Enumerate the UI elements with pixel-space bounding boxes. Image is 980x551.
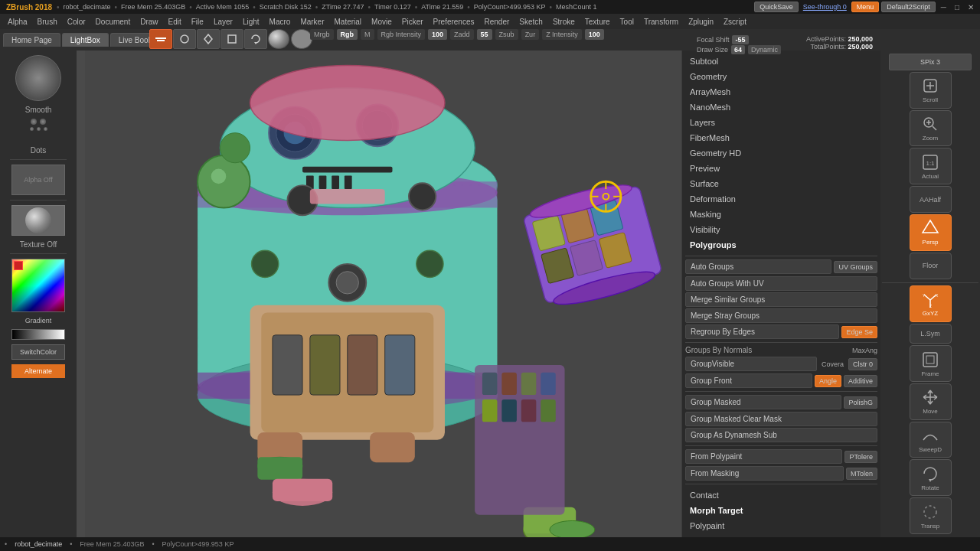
switch-color-box[interactable]: SwitchColor bbox=[11, 344, 65, 360]
tab-home-page[interactable]: Home Page bbox=[3, 33, 60, 47]
rotate-mode-button[interactable] bbox=[244, 29, 267, 49]
additive-button[interactable]: Additive bbox=[844, 375, 877, 387]
menu-preferences[interactable]: Preferences bbox=[429, 16, 479, 28]
group-as-dyna-sub-button[interactable]: Group As Dynamesh Sub bbox=[685, 428, 877, 442]
menu-layer[interactable]: Layer bbox=[209, 16, 237, 28]
gradient-bar[interactable] bbox=[11, 329, 65, 340]
quicksave-button[interactable]: QuickSave bbox=[754, 2, 799, 12]
window-minimize[interactable]: ─ bbox=[938, 3, 949, 11]
window-close[interactable]: ✕ bbox=[965, 3, 977, 11]
menu-sketch[interactable]: Sketch bbox=[514, 16, 547, 28]
m-label[interactable]: M bbox=[361, 29, 374, 40]
from-masking-button[interactable]: From Masking bbox=[685, 466, 844, 481]
menu-draw[interactable]: Draw bbox=[136, 16, 162, 28]
dynamic-button[interactable]: Dynamic bbox=[748, 45, 781, 54]
menu-stroke[interactable]: Stroke bbox=[548, 16, 580, 28]
uv-groups-button[interactable]: UV Groups bbox=[834, 261, 877, 273]
draw-mode-button[interactable] bbox=[173, 29, 196, 49]
window-maximize[interactable]: □ bbox=[952, 3, 962, 11]
merge-stray-button[interactable]: Merge Stray Groups bbox=[685, 308, 877, 323]
edge-se-button[interactable]: Edge Se bbox=[841, 326, 877, 338]
persp-button[interactable]: Persp bbox=[910, 214, 952, 251]
focal-shift-value[interactable]: -55 bbox=[732, 35, 748, 44]
menu-macro[interactable]: Macro bbox=[265, 16, 296, 28]
group-masked-clear-mask-button[interactable]: Group Masked Clear Mask bbox=[685, 412, 877, 426]
move-button[interactable]: Move bbox=[910, 383, 952, 420]
nav-geometry[interactable]: Geometry bbox=[685, 69, 877, 84]
floor-button[interactable]: Floor bbox=[910, 253, 952, 279]
rgb-value[interactable]: Rgb bbox=[337, 29, 358, 40]
menu-transform[interactable]: Transform bbox=[639, 16, 683, 28]
menu-brush[interactable]: Brush bbox=[33, 16, 62, 28]
default-zscript-button[interactable]: Default2Script bbox=[881, 2, 936, 12]
rotate-icon-button[interactable]: Rotate bbox=[910, 459, 952, 496]
zadd-value[interactable]: 55 bbox=[477, 29, 492, 40]
nav-masking[interactable]: Masking bbox=[685, 207, 877, 222]
menu-render[interactable]: Render bbox=[480, 16, 514, 28]
nav-fibermesh[interactable]: FiberMesh bbox=[685, 130, 877, 145]
menu-light[interactable]: Light bbox=[238, 16, 264, 28]
p-tolere-button[interactable]: PTolere bbox=[844, 451, 877, 463]
transp-button[interactable]: Transp bbox=[910, 497, 952, 534]
menu-color[interactable]: Color bbox=[63, 16, 90, 28]
scroll-button[interactable]: Scroll bbox=[910, 72, 952, 109]
dots-label[interactable]: Dots bbox=[31, 146, 47, 155]
draw-size-value[interactable]: 64 bbox=[731, 45, 745, 54]
menu-button[interactable]: Menu bbox=[851, 2, 880, 12]
group-front-button[interactable]: Group Front bbox=[685, 373, 812, 388]
nav-visibility[interactable]: Visibility bbox=[685, 222, 877, 237]
spix-label[interactable]: SPix 3 bbox=[889, 54, 972, 70]
color-picker[interactable] bbox=[11, 259, 65, 312]
nav-polygroups[interactable]: Polygroups bbox=[685, 237, 877, 253]
nav-contact[interactable]: Contact bbox=[685, 487, 877, 503]
group-masked-button[interactable]: Group Masked bbox=[685, 395, 841, 409]
menu-material[interactable]: Material bbox=[330, 16, 367, 28]
menu-edit[interactable]: Edit bbox=[164, 16, 186, 28]
menu-document[interactable]: Document bbox=[91, 16, 136, 28]
menu-marker[interactable]: Marker bbox=[296, 16, 328, 28]
flat-material-button[interactable] bbox=[291, 29, 312, 49]
zsub-label[interactable]: Zsub bbox=[495, 29, 518, 40]
auto-groups-button[interactable]: Auto Groups bbox=[685, 259, 831, 274]
nav-morph-target[interactable]: Morph Target bbox=[685, 503, 877, 518]
menu-alpha[interactable]: Alpha bbox=[3, 16, 32, 28]
menu-tool[interactable]: Tool bbox=[616, 16, 639, 28]
regroup-edges-button[interactable]: Regroup By Edges bbox=[685, 324, 839, 339]
texture-off-label[interactable]: Texture Off bbox=[20, 240, 57, 249]
aahalf-button[interactable]: AAHalf bbox=[910, 186, 952, 213]
nav-subtool[interactable]: Subtool bbox=[685, 54, 877, 69]
nav-geometry-hd[interactable]: Geometry HD bbox=[685, 145, 877, 161]
menu-picker[interactable]: Picker bbox=[397, 16, 428, 28]
tab-lightbox[interactable]: LightBox bbox=[62, 33, 109, 47]
nav-surface[interactable]: Surface bbox=[685, 176, 877, 191]
nav-nanomesh[interactable]: NanoMesh bbox=[685, 99, 877, 115]
rgb-intensity-value[interactable]: 100 bbox=[428, 29, 447, 40]
zadd-label[interactable]: Zadd bbox=[450, 29, 474, 40]
angle-button[interactable]: Angle bbox=[815, 375, 841, 387]
brush-preview[interactable] bbox=[15, 55, 61, 101]
nav-arraymesh[interactable]: ArrayMesh bbox=[685, 84, 877, 99]
z-intensity-value[interactable]: 100 bbox=[585, 29, 604, 40]
menu-zscript[interactable]: Zscript bbox=[719, 16, 751, 28]
local-button[interactable]: L.Sym bbox=[910, 324, 952, 344]
menu-file[interactable]: File bbox=[187, 16, 208, 28]
m-toler-button[interactable]: MTolen bbox=[846, 468, 877, 480]
see-through-label[interactable]: See-through 0 bbox=[801, 2, 849, 11]
frame-button[interactable]: Frame bbox=[910, 345, 952, 382]
group-visible-button[interactable]: GroupVisible bbox=[685, 357, 817, 371]
alpha-off-box[interactable]: Alpha Off bbox=[11, 165, 65, 195]
menu-movie[interactable]: Movie bbox=[367, 16, 397, 28]
gxyz-button[interactable]: X Y Z GxYZ bbox=[910, 285, 952, 322]
auto-groups-uv-button[interactable]: Auto Groups With UV bbox=[685, 276, 877, 291]
zur-label[interactable]: Zur bbox=[521, 29, 540, 40]
mrgb-label[interactable]: Mrgb bbox=[310, 29, 334, 40]
alternate-button[interactable]: Alternate bbox=[11, 364, 65, 378]
nav-preview[interactable]: Preview bbox=[685, 161, 877, 176]
clstr-button[interactable]: Clstr 0 bbox=[848, 358, 877, 370]
merge-similar-button[interactable]: Merge Similar Groups bbox=[685, 292, 877, 307]
actual-button[interactable]: 1:1 Actual bbox=[910, 148, 952, 184]
move-mode-button[interactable] bbox=[197, 29, 220, 49]
scale-mode-button[interactable] bbox=[220, 29, 243, 49]
menu-zplugin[interactable]: Zplugin bbox=[684, 16, 718, 28]
sweepd-button[interactable]: SweepD bbox=[910, 422, 952, 458]
